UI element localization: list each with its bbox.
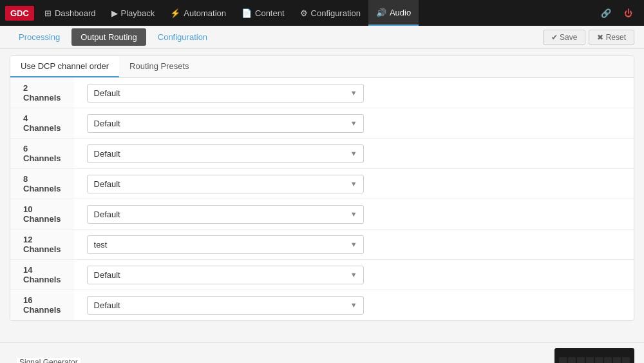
vu-meter — [556, 350, 632, 363]
vu-bar — [604, 357, 612, 363]
top-navigation: GDC ⊞ Dashboard ▶ Playback ⚡ Automation … — [0, 0, 644, 26]
vu-bar-wrapper — [604, 357, 612, 363]
channel-label: 16 Channels — [10, 290, 74, 320]
share-icon: 🔗 — [601, 8, 611, 18]
vu-bar-wrapper — [568, 357, 576, 363]
tab-routing-presets[interactable]: Routing Presets — [119, 56, 200, 77]
routing-card: Use DCP channel order Routing Presets 2 … — [10, 55, 634, 321]
vu-bar — [613, 357, 621, 363]
vu-bar-wrapper — [622, 357, 630, 363]
config-icon: ⚙ — [300, 8, 308, 18]
channel-select[interactable]: Defaulttest — [87, 235, 364, 254]
table-row: 14 ChannelsDefaulttest▼ — [10, 260, 634, 290]
sub-tab-bar: Processing Output Routing Configuration … — [0, 26, 644, 49]
vu-bar-wrapper — [613, 357, 621, 363]
channel-select[interactable]: Defaulttest — [87, 205, 364, 224]
dashboard-icon: ⊞ — [44, 8, 52, 18]
vu-bar — [577, 357, 585, 363]
vu-bar — [586, 357, 594, 363]
table-row: 6 ChannelsDefaulttest▼ — [10, 139, 634, 169]
inner-tab-bar: Use DCP channel order Routing Presets — [10, 56, 634, 78]
vu-bar-wrapper — [577, 357, 585, 363]
playback-icon: ▶ — [111, 8, 118, 18]
bottom-section: Signal Generator OFF Configure Enable Pr… — [0, 342, 644, 363]
nav-playback[interactable]: ▶ Playback — [104, 0, 163, 26]
save-button[interactable]: ✔ Save — [543, 30, 586, 45]
vu-bar — [595, 357, 603, 363]
signal-generator-label: Signal Generator — [17, 358, 80, 363]
channel-select-cell: Defaulttest▼ — [74, 139, 634, 169]
channel-select[interactable]: Defaulttest — [87, 84, 364, 103]
channel-select[interactable]: Defaulttest — [87, 114, 364, 133]
routing-table: 2 ChannelsDefaulttest▼4 ChannelsDefaultt… — [10, 78, 634, 320]
share-button[interactable]: 🔗 — [594, 0, 618, 26]
vu-bar-wrapper — [559, 357, 567, 363]
channel-select-cell: Defaulttest▼ — [74, 199, 634, 230]
channel-select-cell: Defaulttest▼ — [74, 290, 634, 320]
channel-label: 4 Channels — [10, 108, 74, 139]
tab-output-routing[interactable]: Output Routing — [71, 28, 146, 46]
channel-select[interactable]: Defaulttest — [87, 144, 364, 163]
table-row: 2 ChannelsDefaulttest▼ — [10, 78, 634, 108]
reset-button[interactable]: ✖ Reset — [589, 30, 634, 45]
channel-select[interactable]: Defaulttest — [87, 266, 364, 284]
channel-label: 2 Channels — [10, 78, 74, 108]
nav-automation[interactable]: ⚡ Automation — [162, 0, 234, 26]
channel-select-cell: Defaulttest▼ — [74, 108, 634, 139]
nav-content[interactable]: 📄 Content — [234, 0, 292, 26]
channel-select[interactable]: Defaulttest — [87, 296, 364, 315]
table-row: 4 ChannelsDefaulttest▼ — [10, 108, 634, 139]
automation-icon: ⚡ — [170, 8, 180, 18]
nav-configuration[interactable]: ⚙ Configuration — [292, 0, 368, 26]
gdc-logo: GDC — [5, 6, 34, 21]
channel-select-cell: Defaulttest▼ — [74, 260, 634, 290]
vu-bar-wrapper — [586, 357, 594, 363]
audio-icon: 🔊 — [376, 8, 386, 17]
table-row: 16 ChannelsDefaulttest▼ — [10, 290, 634, 320]
main-content: Use DCP channel order Routing Presets 2 … — [0, 49, 644, 342]
logout-button[interactable]: ⏻ — [618, 0, 639, 26]
table-row: 10 ChannelsDefaulttest▼ — [10, 199, 634, 230]
table-row: 12 ChannelsDefaulttest▼ — [10, 230, 634, 260]
channel-select-cell: Defaulttest▼ — [74, 230, 634, 260]
channel-label: 10 Channels — [10, 199, 74, 230]
vu-bar-wrapper — [595, 357, 603, 363]
vu-bar — [559, 357, 567, 363]
vu-bar — [568, 357, 576, 363]
tab-processing[interactable]: Processing — [10, 28, 69, 46]
content-icon: 📄 — [242, 8, 252, 18]
table-row: 8 ChannelsDefaulttest▼ — [10, 169, 634, 199]
channel-select[interactable]: Defaulttest — [87, 175, 364, 193]
vu-bar — [622, 357, 630, 363]
nav-audio[interactable]: 🔊 Audio — [368, 0, 419, 26]
tab-dcp-channel-order[interactable]: Use DCP channel order — [10, 56, 119, 77]
channel-select-cell: Defaulttest▼ — [74, 78, 634, 108]
tab-configuration[interactable]: Configuration — [149, 28, 216, 46]
channel-label: 8 Channels — [10, 169, 74, 199]
vu-meter-container: LRCLFELsRsLmRm — [554, 348, 634, 363]
logout-icon: ⏻ — [624, 8, 632, 18]
channel-label: 14 Channels — [10, 260, 74, 290]
channel-select-cell: Defaulttest▼ — [74, 169, 634, 199]
channel-label: 12 Channels — [10, 230, 74, 260]
nav-dashboard[interactable]: ⊞ Dashboard — [37, 0, 104, 26]
channel-label: 6 Channels — [10, 139, 74, 169]
